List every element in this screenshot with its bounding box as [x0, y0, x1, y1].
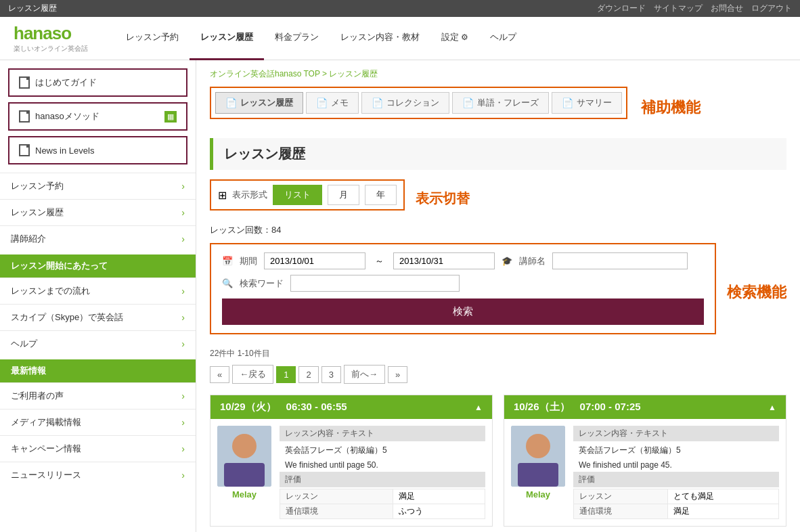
sidebar-item-lesson-reserve[interactable]: レッスン予約 ›	[0, 173, 196, 199]
eval-value-4: 満足	[667, 504, 778, 519]
view-month-btn[interactable]: 月	[328, 185, 359, 205]
arrow-icon-5: ›	[181, 312, 185, 323]
method-button[interactable]: hanasoメソッド ▦	[8, 102, 187, 131]
download-link[interactable]: ダウンロード	[597, 3, 646, 14]
period-label: 期間	[240, 255, 257, 267]
news-levels-label: News in Levels	[35, 146, 94, 156]
card-2-teacher-area: Melay	[511, 426, 565, 519]
page-first-btn[interactable]: «	[210, 366, 229, 383]
tab-history[interactable]: 📄 レッスン履歴	[215, 92, 303, 114]
search-button[interactable]: 検索	[222, 298, 704, 325]
sidebar-item-label-5: スカイプ（Skype）で英会話	[11, 311, 123, 324]
supplement-label: 補助機能	[641, 97, 701, 118]
sitemap-link[interactable]: サイトマップ	[654, 3, 703, 14]
eval-value-3: とても満足	[667, 489, 778, 504]
eval-row-4: 通信環境 満足	[574, 504, 779, 519]
top-bar-links: ダウンロード サイトマップ お問合せ ログアウト	[597, 3, 792, 14]
teacher-input[interactable]	[552, 252, 688, 269]
sidebar-item-help[interactable]: ヘルプ ›	[0, 330, 196, 357]
arrow-icon-8: ›	[181, 417, 185, 428]
sidebar-item-lesson-history[interactable]: レッスン履歴 ›	[0, 199, 196, 225]
nav-pricing[interactable]: 料金プラン	[264, 17, 330, 60]
tab-phrase-label: 単語・フレーズ	[477, 97, 539, 109]
card-2-details: レッスン内容・テキスト 英会話フレーズ（初級編）5 We finished un…	[573, 426, 779, 519]
logo-area: hanaso 楽しいオンライン英会話	[14, 23, 95, 53]
breadcrumb-current: レッスン履歴	[329, 69, 378, 79]
breadcrumb-home[interactable]: オンライン英会話hanaso TOP	[210, 69, 320, 79]
sidebar-item-label-4: レッスンまでの流れ	[11, 285, 90, 297]
sidebar-item-news-release[interactable]: ニュースリリース ›	[0, 462, 196, 488]
nav-settings[interactable]: 設定 ⚙	[430, 17, 479, 60]
tab-phrase[interactable]: 📄 単語・フレーズ	[452, 92, 549, 114]
sidebar-item-skype[interactable]: スカイプ（Skype）で英会話 ›	[0, 304, 196, 330]
tab-summary[interactable]: 📄 サマリー	[552, 92, 622, 114]
card-1-body: Melay レッスン内容・テキスト 英会話フレーズ（初級編）5 We finis…	[210, 419, 492, 526]
teacher-label: 講師名	[519, 255, 546, 267]
view-list-btn[interactable]: リスト	[273, 185, 322, 205]
sidebar-item-label-2: レッスン履歴	[11, 206, 64, 219]
card-2-arrow[interactable]: ▲	[768, 403, 776, 412]
view-year-btn[interactable]: 年	[365, 185, 397, 205]
card-2-teacher-name: Melay	[526, 489, 550, 500]
arrow-icon: ›	[181, 181, 185, 192]
eval-row: レッスン 満足	[280, 489, 485, 504]
card-1-content-note: We finished until page 50.	[280, 458, 485, 472]
tab-area: 📄 レッスン履歴 📄 メモ 📄 コレクション 📄 単語・フレーズ 📄	[210, 87, 786, 129]
lesson-card-2: 10/26（土） 07:00 - 07:25 ▲ Melay	[504, 395, 786, 527]
sidebar-item-flow[interactable]: レッスンまでの流れ ›	[0, 278, 196, 304]
arrow-icon-2: ›	[181, 207, 185, 218]
search-area: 📅 期間 ～ 🎓 講師名 🔍 検索ワード 検索 検索機能	[210, 243, 786, 341]
period-start-input[interactable]	[264, 252, 365, 269]
nav-lesson-reserve[interactable]: レッスン予約	[115, 17, 190, 60]
contact-link[interactable]: お問合せ	[711, 3, 743, 14]
tab-memo-icon: 📄	[316, 97, 328, 108]
page-2-btn[interactable]: 2	[298, 366, 318, 383]
sidebar-section-header: レッスン開始にあたって	[0, 254, 196, 278]
eval-name-2: 通信環境	[280, 504, 393, 519]
tab-collection[interactable]: 📄 コレクション	[361, 92, 449, 114]
search-icon: 🔍	[222, 278, 233, 288]
news-levels-button[interactable]: News in Levels	[8, 136, 187, 164]
nav-lesson-content[interactable]: レッスン内容・教材	[330, 17, 430, 60]
tab-memo[interactable]: 📄 メモ	[306, 92, 359, 114]
tab-phrase-icon: 📄	[462, 97, 474, 108]
result-count: 22件中 1-10件目	[210, 348, 786, 359]
arrow-icon-10: ›	[181, 470, 185, 481]
sidebar-item-label: レッスン予約	[11, 180, 64, 192]
tab-collection-label: コレクション	[386, 97, 439, 109]
sidebar-news-header: 最新情報	[0, 359, 196, 382]
page-prev-btn[interactable]: ←戻る	[232, 365, 273, 384]
eval-name-3: レッスン	[574, 489, 668, 504]
search-keyword-row: 🔍 検索ワード	[222, 275, 704, 292]
avatar-2	[511, 426, 565, 487]
sidebar-item-teacher-intro[interactable]: 講師紹介 ›	[0, 225, 196, 252]
header: hanaso 楽しいオンライン英会話 レッスン予約 レッスン履歴 料金プラン レ…	[0, 17, 800, 60]
sidebar-item-media[interactable]: メディア掲載情報 ›	[0, 409, 196, 435]
logout-link[interactable]: ログアウト	[751, 3, 792, 14]
nav-help[interactable]: ヘルプ	[479, 17, 527, 60]
search-function-label: 検索機能	[727, 282, 786, 303]
sidebar-item-user-voices[interactable]: ご利用者の声 ›	[0, 382, 196, 409]
nav-lesson-history[interactable]: レッスン履歴	[190, 17, 264, 60]
page-3-btn[interactable]: 3	[321, 366, 341, 383]
card-1-date: 10/29（火） 06:30 - 06:55	[220, 401, 347, 414]
calendar-icon: 📅	[222, 256, 233, 266]
svg-point-1	[232, 434, 257, 458]
sidebar-item-campaign[interactable]: キャンペーン情報 ›	[0, 435, 196, 462]
eval-name-1: レッスン	[280, 489, 393, 504]
period-end-input[interactable]	[393, 252, 495, 269]
tab-summary-icon: 📄	[562, 97, 573, 108]
search-box: 📅 期間 ～ 🎓 講師名 🔍 検索ワード 検索	[210, 243, 716, 334]
svg-point-4	[526, 434, 550, 458]
card-1-arrow[interactable]: ▲	[474, 403, 483, 412]
view-switch-label: 表示切替	[416, 190, 470, 208]
lesson-card-1: 10/29（火） 06:30 - 06:55 ▲ Melay	[210, 395, 493, 527]
arrow-icon-7: ›	[181, 391, 185, 401]
page-next-btn[interactable]: 前へ→	[344, 365, 385, 384]
keyword-input[interactable]	[290, 275, 460, 292]
page-last-btn[interactable]: »	[388, 366, 407, 383]
guide-button[interactable]: はじめてガイド	[8, 68, 187, 97]
page-1-btn[interactable]: 1	[276, 366, 296, 383]
sidebar-item-label-8: メディア掲載情報	[11, 416, 81, 428]
arrow-icon-3: ›	[181, 234, 185, 244]
